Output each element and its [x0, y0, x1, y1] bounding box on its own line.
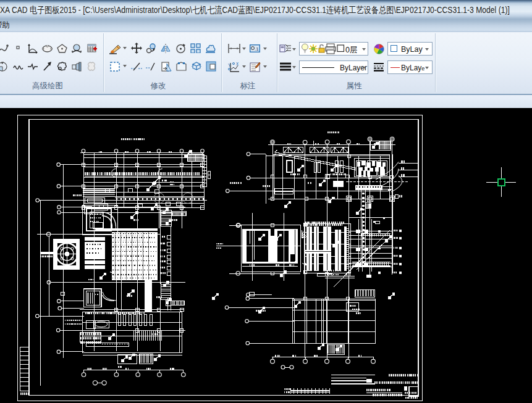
svg-text:.1: .1: [255, 46, 259, 52]
svg-text:X: X: [236, 62, 239, 67]
svg-text:Y: Y: [228, 63, 231, 67]
